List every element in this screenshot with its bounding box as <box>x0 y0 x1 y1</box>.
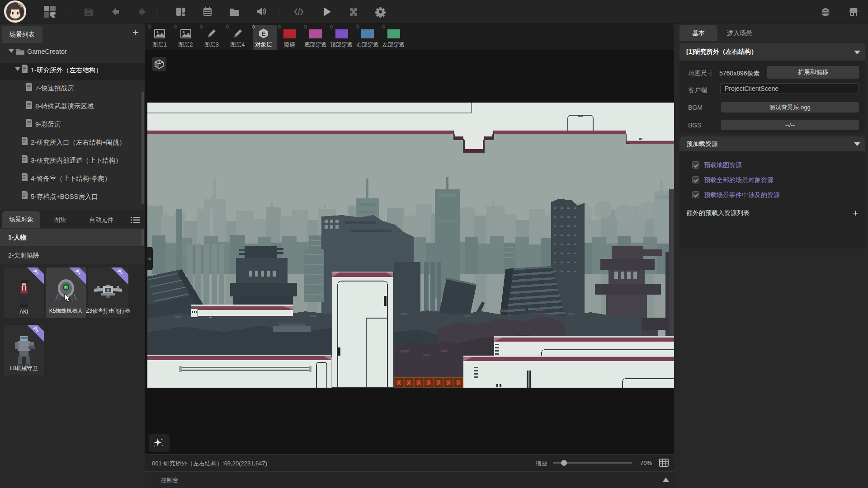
svg-text:E: E <box>262 30 266 37</box>
